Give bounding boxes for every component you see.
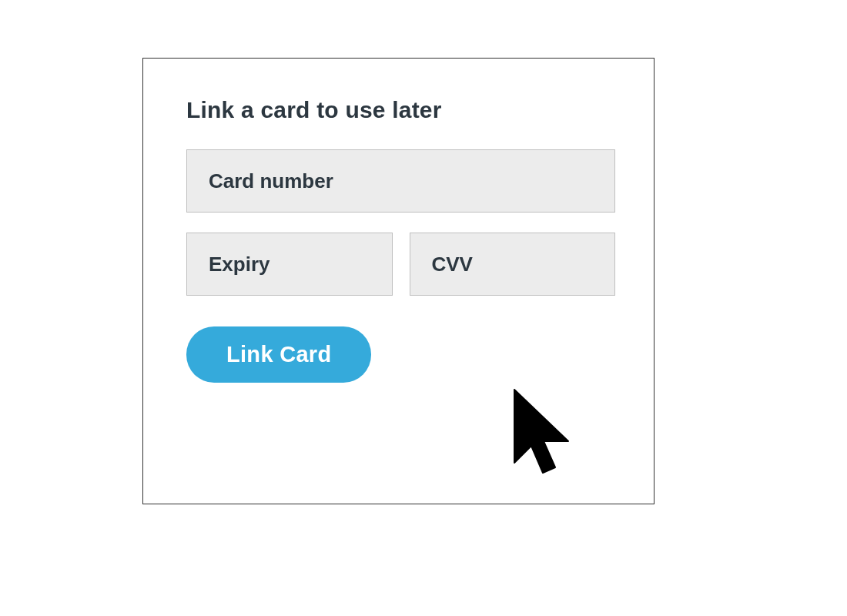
- card-number-row: [186, 149, 615, 213]
- link-card-button[interactable]: Link Card: [186, 326, 371, 383]
- expiry-input[interactable]: [186, 233, 393, 296]
- card-number-input[interactable]: [186, 149, 615, 213]
- link-card-dialog: Link a card to use later Link Card: [142, 58, 654, 504]
- cvv-input[interactable]: [410, 233, 616, 296]
- dialog-title: Link a card to use later: [186, 97, 615, 123]
- expiry-cvv-row: [186, 233, 615, 296]
